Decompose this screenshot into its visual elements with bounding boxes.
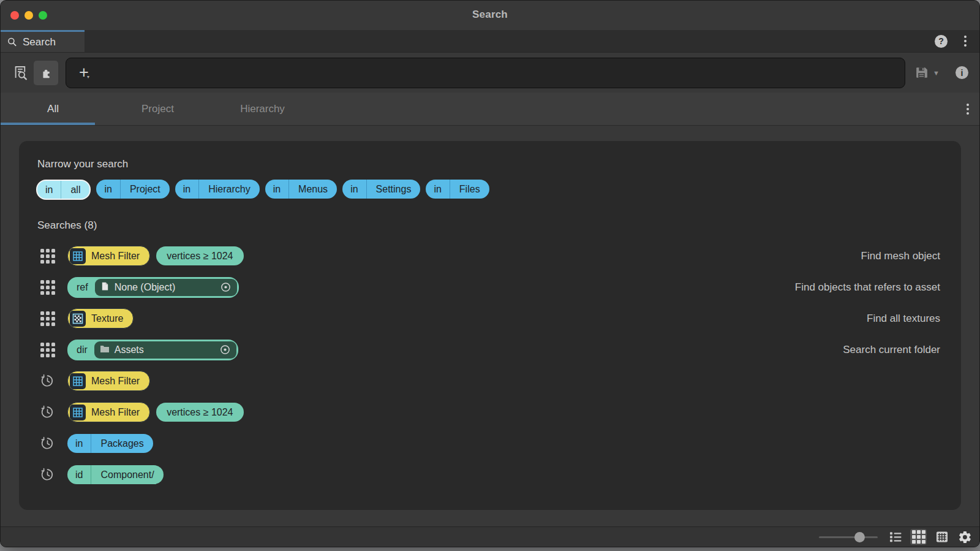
query-block-label: Texture: [91, 313, 123, 324]
history-icon: [39, 467, 56, 482]
result-tab-bar: All Project Hierarchy: [1, 93, 979, 126]
query-block-mesh-filter[interactable]: Mesh Filter: [67, 371, 150, 391]
query-block-label: vertices ≥ 1024: [167, 407, 233, 418]
grid-dots-icon: [39, 249, 56, 264]
query-blocks: refNone (Object): [67, 277, 239, 298]
tab-search[interactable]: Search: [1, 30, 85, 52]
object-picker-icon[interactable]: [219, 344, 231, 355]
object-field[interactable]: Assets: [94, 341, 236, 359]
search-input[interactable]: [66, 58, 905, 88]
content-area: Narrow your search inallinProjectinHiera…: [1, 126, 979, 526]
query-block-dir[interactable]: dirAssets: [67, 340, 238, 360]
slider-thumb[interactable]: [854, 532, 865, 542]
tab-all[interactable]: All: [1, 93, 105, 125]
save-search-button[interactable]: ▼: [914, 65, 940, 80]
table-view-icon[interactable]: [933, 529, 950, 545]
object-field[interactable]: None (Object): [95, 279, 237, 296]
query-block-ref[interactable]: refNone (Object): [67, 277, 239, 298]
tab-project[interactable]: Project: [105, 93, 210, 125]
slider-track[interactable]: [819, 536, 878, 538]
add-query-block-button[interactable]: +: [74, 63, 94, 83]
query-block-value[interactable]: vertices ≥ 1024: [156, 403, 243, 422]
query-block-prefix: in: [67, 434, 91, 453]
mesh-grid-icon: [70, 405, 86, 420]
search-row: refNone (Object)Find objects that refers…: [36, 272, 940, 303]
filter-prefix: in: [96, 180, 119, 199]
grid-dots-icon: [39, 280, 56, 295]
search-row: TextureFind all textures: [36, 303, 940, 334]
filter-pill-list: inallinProjectinHierarchyinMenusinSettin…: [36, 180, 940, 200]
grid-dots-icon: [40, 249, 55, 264]
history-icon: [39, 436, 56, 451]
tab-search-label: Search: [23, 36, 56, 48]
query-block-prefix: ref: [67, 277, 95, 298]
mesh-grid-icon: [70, 373, 86, 389]
filter-pill-menus[interactable]: inMenus: [265, 180, 337, 199]
history-icon: [39, 373, 56, 389]
search-icon: [7, 37, 18, 48]
puzzle-picker-icon[interactable]: [34, 61, 58, 85]
tab-hierarchy[interactable]: Hierarchy: [210, 93, 315, 125]
filter-label: Files: [450, 180, 489, 199]
filter-prefix: in: [265, 180, 288, 199]
query-block-label: Mesh Filter: [91, 407, 140, 418]
query-block-mesh-filter[interactable]: Mesh Filter: [67, 246, 150, 266]
title-bar: Search: [1, 1, 979, 30]
query-block-label: Component/: [91, 465, 163, 484]
filter-pill-files[interactable]: inFiles: [426, 180, 489, 199]
results-more-kebab-icon[interactable]: [965, 102, 971, 116]
search-description: Find all textures: [867, 313, 940, 325]
folder-icon: [100, 344, 110, 355]
filter-prefix: in: [426, 180, 449, 199]
grid-dots-icon: [39, 343, 56, 357]
filter-label: Project: [121, 180, 170, 199]
filter-label: Menus: [289, 180, 337, 199]
query-block-prefix: dir: [67, 340, 94, 360]
info-icon[interactable]: i: [956, 66, 968, 79]
settings-gear-icon[interactable]: [957, 529, 973, 545]
filter-pill-settings[interactable]: inSettings: [342, 180, 420, 199]
filter-prefix: in: [342, 180, 366, 199]
query-blocks: Mesh Filter: [67, 371, 150, 391]
query-block-value[interactable]: vertices ≥ 1024: [156, 246, 243, 265]
search-window: Search Search ? +: [0, 0, 980, 547]
filter-pill-hierarchy[interactable]: inHierarchy: [175, 180, 260, 199]
help-icon[interactable]: ?: [935, 35, 948, 48]
filter-pill-project[interactable]: inProject: [96, 180, 169, 199]
search-row: inPackages: [36, 428, 940, 459]
query-blocks: Mesh Filtervertices ≥ 1024: [67, 246, 244, 266]
query-blocks: Texture: [67, 308, 134, 329]
active-tab-underline: [1, 123, 95, 125]
list-view-icon[interactable]: [887, 529, 903, 545]
mesh-grid-icon: [70, 248, 86, 264]
doc-tab-strip: Search ?: [1, 30, 979, 53]
filter-label: Settings: [367, 180, 421, 199]
filter-pill-all[interactable]: inall: [36, 180, 91, 200]
grid-dots-icon: [39, 311, 56, 326]
query-block-label: vertices ≥ 1024: [167, 251, 233, 262]
document-icon: [100, 281, 110, 294]
search-toolbar: + ▾ ▼ i: [1, 53, 979, 93]
search-list: Mesh Filtervertices ≥ 1024Find mesh obje…: [36, 240, 940, 490]
filter-prefix: in: [37, 181, 61, 199]
save-icon: [914, 65, 929, 80]
home-panel: Narrow your search inallinProjectinHiera…: [19, 141, 961, 510]
saved-searches-icon[interactable]: [9, 61, 31, 85]
query-block-mesh-filter[interactable]: Mesh Filter: [67, 402, 150, 422]
window-more-kebab-icon[interactable]: [962, 34, 968, 48]
query-block-id[interactable]: idComponent/: [67, 465, 164, 484]
object-picker-icon[interactable]: [220, 281, 232, 293]
query-blocks: inPackages: [67, 434, 153, 453]
grid-view-icon[interactable]: [910, 529, 927, 545]
item-size-slider[interactable]: [819, 531, 878, 542]
search-row: idComponent/: [36, 459, 940, 490]
query-blocks: dirAssets: [67, 340, 238, 360]
search-description: Search current folder: [843, 344, 940, 356]
search-row: Mesh Filter: [36, 365, 940, 397]
grid-dots-icon: [40, 343, 55, 357]
add-query-caret-icon: ▾: [87, 74, 89, 80]
query-block-in[interactable]: inPackages: [67, 434, 153, 453]
save-dropdown-caret-icon: ▼: [933, 69, 940, 77]
object-field-label: None (Object): [115, 282, 176, 293]
query-block-texture[interactable]: Texture: [67, 308, 134, 329]
